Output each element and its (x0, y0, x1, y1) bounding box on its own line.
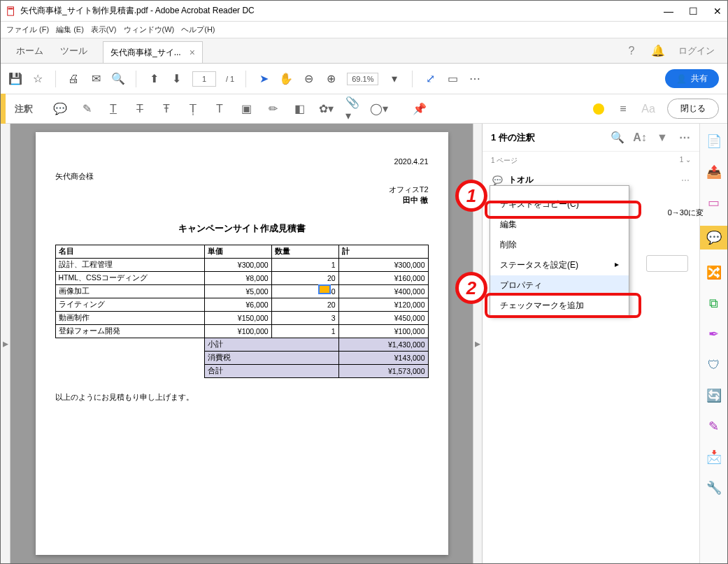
minimize-button[interactable]: — (664, 6, 673, 17)
comment-more-icon[interactable]: ⋯ (678, 131, 691, 144)
search-icon[interactable]: 🔍 (112, 73, 124, 85)
pdf-icon (6, 6, 16, 16)
rail-fill-icon[interactable]: ✎ (706, 419, 722, 434)
strike-icon[interactable]: T (134, 103, 146, 115)
comment-side-text: 0→30に変 (668, 208, 704, 218)
zoom-dropdown-icon[interactable]: ▾ (388, 73, 401, 85)
callout-number-2: 2 (455, 272, 487, 304)
hand-icon[interactable]: ✋ (280, 73, 292, 85)
comment-icon[interactable]: 💬 (54, 103, 66, 115)
rail-comment-icon[interactable]: 💬 (700, 226, 727, 250)
mail-icon[interactable]: ✉ (90, 73, 102, 85)
right-tool-rail: 📄 📤 ▭ 💬 🔀 ⧉ ✒ 🛡 🔄 ✎ 📩 🔧 (699, 124, 727, 563)
text-icon[interactable]: T (213, 103, 226, 115)
context-menu: テキストをコピー(C) 編集 削除 ステータスを設定(E)▸ プロパティ チェッ… (490, 185, 629, 317)
comment-reply-input[interactable] (646, 255, 688, 272)
page-up-icon[interactable]: ⬆ (148, 73, 160, 85)
fit-page-icon[interactable]: ▭ (446, 73, 459, 85)
help-icon[interactable]: ? (625, 45, 638, 57)
comment-item-more-icon[interactable]: ⋯ (681, 175, 690, 185)
rail-edit-pdf-icon[interactable]: ▭ (706, 195, 722, 210)
tab-home[interactable]: ホーム (16, 45, 43, 57)
tab-document[interactable]: 矢代商事様_サイ... × (103, 41, 203, 63)
star-icon[interactable]: ☆ (31, 73, 44, 85)
document-viewport[interactable]: 2020.4.21 矢代商会様 オフィスT2 田中 徹 キャンペーンサイト作成見… (10, 124, 473, 563)
line-weight-icon[interactable]: ≡ (617, 103, 629, 115)
doc-author: 田中 徹 (55, 195, 429, 205)
share-person-icon: 👤 (676, 74, 687, 84)
comment-sort-icon[interactable]: A↕ (634, 131, 646, 144)
zoom-out-icon[interactable]: ⊖ (302, 73, 315, 85)
main-toolbar: 💾 ☆ 🖨 ✉ 🔍 ⬆ ⬇ 1 / 1 ➤ ✋ ⊖ ⊕ 69.1% ▾ ⤢ ▭ … (1, 64, 727, 94)
color-picker[interactable] (593, 103, 604, 115)
more-tools-icon[interactable]: ⋯ (469, 73, 481, 85)
doc-date: 2020.4.21 (55, 157, 429, 166)
comment-filter-icon[interactable]: ▼ (656, 131, 669, 144)
menu-file[interactable]: ファイル (F) (6, 24, 49, 35)
pencil-icon[interactable]: ✏ (266, 103, 279, 115)
left-panel-toggle[interactable]: ▸ (1, 124, 10, 563)
doc-client: 矢代商会様 (55, 171, 429, 182)
rail-send-icon[interactable]: 📩 (706, 449, 722, 465)
shapes-icon[interactable]: ◯▾ (373, 103, 385, 115)
highlight-icon[interactable]: ✎ (80, 103, 93, 115)
col-unit: 単価 (204, 245, 271, 259)
bell-icon[interactable]: 🔔 (652, 45, 664, 57)
rail-compare-icon[interactable]: 🔄 (706, 388, 722, 403)
zoom-value[interactable]: 69.1% (347, 73, 378, 85)
comments-panel: 1 件の注釈 🔍 A↕ ▼ ⋯ 1 ページ 1 ⌄ 💬 トオル ⋯ 0→30に変… (483, 124, 699, 563)
underline-icon[interactable]: T (107, 103, 120, 115)
menu-copy-text[interactable]: テキストをコピー(C) (490, 194, 629, 215)
tab-document-label: 矢代商事様_サイ... (110, 47, 181, 59)
menu-help[interactable]: ヘルプ(H) (181, 24, 215, 35)
textbox-icon[interactable]: ▣ (240, 103, 252, 115)
maximize-button[interactable]: ☐ (689, 6, 698, 17)
save-icon[interactable]: 💾 (9, 73, 22, 85)
menu-properties[interactable]: プロパティ (490, 275, 629, 296)
eraser-icon[interactable]: ◧ (293, 103, 306, 115)
doc-company: オフィスT2 (55, 185, 429, 195)
menu-add-checkmark[interactable]: チェックマークを追加 (490, 296, 629, 316)
rail-create-pdf-icon[interactable]: 📄 (706, 133, 722, 149)
close-window-button[interactable]: ✕ (713, 6, 722, 17)
font-icon[interactable]: Aa (642, 103, 655, 115)
page-input[interactable]: 1 (192, 71, 216, 87)
login-link[interactable]: ログイン (678, 45, 715, 57)
rail-more-icon[interactable]: 🔧 (706, 480, 722, 496)
rail-protect-icon[interactable]: 🛡 (706, 357, 722, 373)
rail-sign-icon[interactable]: ✒ (706, 326, 722, 342)
attach-icon[interactable]: 📎▾ (346, 103, 359, 115)
menu-edit[interactable]: 編集 (E) (56, 24, 84, 35)
rail-export-pdf-icon[interactable]: 📤 (706, 164, 722, 180)
menu-view[interactable]: 表示(V) (91, 24, 117, 35)
annotation-label: 注釈 (15, 103, 33, 115)
insert-text-icon[interactable]: T̩ (187, 103, 199, 115)
tab-close-icon[interactable]: × (190, 47, 195, 58)
menu-window[interactable]: ウィンドウ(W) (124, 24, 175, 35)
zoom-in-icon[interactable]: ⊕ (324, 73, 337, 85)
comment-search-icon[interactable]: 🔍 (611, 131, 624, 144)
close-annotation-button[interactable]: 閉じる (667, 99, 719, 119)
fit-width-icon[interactable]: ⤢ (424, 73, 436, 85)
menu-delete[interactable]: 削除 (490, 235, 629, 255)
table-row: HTML、CSSコーディング¥8,00020¥160,000 (55, 272, 428, 285)
pin-icon[interactable]: 📌 (413, 103, 426, 115)
sticky-note-marker[interactable] (318, 284, 331, 294)
comment-bubble-icon: 💬 (492, 175, 503, 185)
workspace: ▸ 2020.4.21 矢代商会様 オフィスT2 田中 徹 キャンペーンサイト作… (1, 124, 727, 563)
stamp-icon[interactable]: ✿▾ (320, 103, 332, 115)
menu-edit[interactable]: 編集 (490, 215, 629, 235)
replace-text-icon[interactable]: Ŧ (160, 103, 173, 115)
print-icon[interactable]: 🖨 (67, 73, 80, 85)
menu-set-status[interactable]: ステータスを設定(E)▸ (490, 255, 629, 275)
tab-tools[interactable]: ツール (60, 45, 87, 57)
window-title: 矢代商事様_サイト制作見積書.pdf - Adobe Acrobat Reade… (20, 5, 255, 17)
share-button[interactable]: 👤 共有 (665, 69, 719, 88)
cursor-icon[interactable]: ➤ (257, 73, 270, 85)
table-row: 動画制作¥150,0003¥450,000 (55, 312, 428, 325)
rail-organize-icon[interactable]: 🔀 (706, 265, 722, 280)
table-row: 登録フォーム開発¥100,0001¥100,000 (55, 325, 428, 338)
page-down-icon[interactable]: ⬇ (170, 73, 183, 85)
rail-compress-icon[interactable]: ⧉ (706, 296, 722, 311)
doc-footnote: 以上のようにお見積もり申し上げます。 (55, 392, 429, 403)
